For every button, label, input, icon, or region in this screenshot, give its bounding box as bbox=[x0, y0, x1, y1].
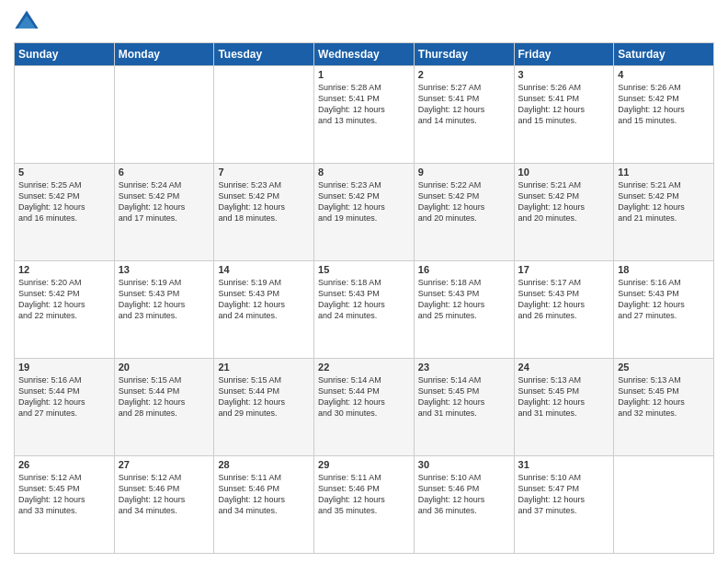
calendar-cell: 15Sunrise: 5:18 AM Sunset: 5:43 PM Dayli… bbox=[314, 261, 415, 359]
calendar-cell bbox=[114, 66, 214, 164]
calendar-cell: 30Sunrise: 5:10 AM Sunset: 5:46 PM Dayli… bbox=[414, 456, 514, 554]
calendar-cell: 19Sunrise: 5:16 AM Sunset: 5:44 PM Dayli… bbox=[15, 359, 115, 456]
calendar-cell: 17Sunrise: 5:17 AM Sunset: 5:43 PM Dayli… bbox=[514, 261, 614, 359]
day-info: Sunrise: 5:15 AM Sunset: 5:44 PM Dayligh… bbox=[119, 374, 210, 419]
calendar-cell: 24Sunrise: 5:13 AM Sunset: 5:45 PM Dayli… bbox=[514, 359, 614, 456]
day-number: 27 bbox=[119, 459, 210, 470]
calendar-cell bbox=[214, 66, 314, 164]
day-info: Sunrise: 5:23 AM Sunset: 5:42 PM Dayligh… bbox=[218, 179, 310, 224]
calendar-cell: 14Sunrise: 5:19 AM Sunset: 5:43 PM Dayli… bbox=[214, 261, 314, 359]
calendar-cell: 4Sunrise: 5:26 AM Sunset: 5:42 PM Daylig… bbox=[614, 66, 714, 164]
day-info: Sunrise: 5:18 AM Sunset: 5:43 PM Dayligh… bbox=[418, 277, 510, 322]
day-info: Sunrise: 5:26 AM Sunset: 5:41 PM Dayligh… bbox=[518, 82, 610, 127]
weekday-header: Friday bbox=[514, 43, 614, 66]
day-info: Sunrise: 5:23 AM Sunset: 5:42 PM Dayligh… bbox=[318, 179, 410, 224]
day-number: 3 bbox=[518, 69, 610, 80]
calendar-week-row: 5Sunrise: 5:25 AM Sunset: 5:42 PM Daylig… bbox=[15, 164, 714, 261]
day-number: 8 bbox=[318, 167, 410, 178]
calendar-week-row: 19Sunrise: 5:16 AM Sunset: 5:44 PM Dayli… bbox=[15, 359, 714, 456]
day-info: Sunrise: 5:27 AM Sunset: 5:41 PM Dayligh… bbox=[418, 82, 510, 127]
day-number: 11 bbox=[618, 167, 710, 178]
calendar-cell: 22Sunrise: 5:14 AM Sunset: 5:44 PM Dayli… bbox=[314, 359, 415, 456]
header bbox=[14, 9, 714, 35]
day-info: Sunrise: 5:19 AM Sunset: 5:43 PM Dayligh… bbox=[218, 277, 310, 322]
weekday-header: Monday bbox=[114, 43, 214, 66]
day-number: 5 bbox=[18, 167, 110, 178]
calendar-cell: 21Sunrise: 5:15 AM Sunset: 5:44 PM Dayli… bbox=[214, 359, 314, 456]
day-number: 29 bbox=[318, 459, 410, 470]
day-number: 23 bbox=[418, 362, 510, 373]
day-number: 1 bbox=[318, 69, 410, 80]
day-info: Sunrise: 5:12 AM Sunset: 5:46 PM Dayligh… bbox=[119, 472, 210, 517]
calendar-cell: 2Sunrise: 5:27 AM Sunset: 5:41 PM Daylig… bbox=[414, 66, 514, 164]
calendar-cell: 29Sunrise: 5:11 AM Sunset: 5:46 PM Dayli… bbox=[314, 456, 415, 554]
day-number: 7 bbox=[218, 167, 310, 178]
calendar-cell bbox=[15, 66, 115, 164]
day-number: 16 bbox=[418, 264, 510, 275]
day-info: Sunrise: 5:22 AM Sunset: 5:42 PM Dayligh… bbox=[418, 179, 510, 224]
day-info: Sunrise: 5:14 AM Sunset: 5:45 PM Dayligh… bbox=[418, 374, 510, 419]
day-info: Sunrise: 5:24 AM Sunset: 5:42 PM Dayligh… bbox=[119, 179, 210, 224]
calendar-week-row: 26Sunrise: 5:12 AM Sunset: 5:45 PM Dayli… bbox=[15, 456, 714, 554]
day-number: 18 bbox=[618, 264, 710, 275]
calendar-week-row: 12Sunrise: 5:20 AM Sunset: 5:42 PM Dayli… bbox=[15, 261, 714, 359]
day-number: 25 bbox=[618, 362, 710, 373]
calendar-week-row: 1Sunrise: 5:28 AM Sunset: 5:41 PM Daylig… bbox=[15, 66, 714, 164]
day-info: Sunrise: 5:13 AM Sunset: 5:45 PM Dayligh… bbox=[518, 374, 610, 419]
calendar-cell: 12Sunrise: 5:20 AM Sunset: 5:42 PM Dayli… bbox=[15, 261, 115, 359]
day-number: 10 bbox=[518, 167, 610, 178]
calendar-cell: 25Sunrise: 5:13 AM Sunset: 5:45 PM Dayli… bbox=[614, 359, 714, 456]
day-info: Sunrise: 5:20 AM Sunset: 5:42 PM Dayligh… bbox=[18, 277, 110, 322]
logo bbox=[14, 9, 41, 35]
calendar-cell bbox=[614, 456, 714, 554]
day-info: Sunrise: 5:13 AM Sunset: 5:45 PM Dayligh… bbox=[618, 374, 710, 419]
day-number: 21 bbox=[218, 362, 310, 373]
calendar-cell: 31Sunrise: 5:10 AM Sunset: 5:47 PM Dayli… bbox=[514, 456, 614, 554]
day-info: Sunrise: 5:10 AM Sunset: 5:46 PM Dayligh… bbox=[418, 472, 510, 517]
day-info: Sunrise: 5:10 AM Sunset: 5:47 PM Dayligh… bbox=[518, 472, 610, 517]
day-info: Sunrise: 5:11 AM Sunset: 5:46 PM Dayligh… bbox=[218, 472, 310, 517]
calendar-cell: 3Sunrise: 5:26 AM Sunset: 5:41 PM Daylig… bbox=[514, 66, 614, 164]
day-number: 31 bbox=[518, 459, 610, 470]
day-info: Sunrise: 5:25 AM Sunset: 5:42 PM Dayligh… bbox=[18, 179, 110, 224]
weekday-header: Sunday bbox=[15, 43, 115, 66]
calendar-cell: 23Sunrise: 5:14 AM Sunset: 5:45 PM Dayli… bbox=[414, 359, 514, 456]
page: SundayMondayTuesdayWednesdayThursdayFrid… bbox=[0, 0, 728, 563]
weekday-header: Saturday bbox=[614, 43, 714, 66]
day-info: Sunrise: 5:21 AM Sunset: 5:42 PM Dayligh… bbox=[618, 179, 710, 224]
calendar-cell: 16Sunrise: 5:18 AM Sunset: 5:43 PM Dayli… bbox=[414, 261, 514, 359]
day-number: 28 bbox=[218, 459, 310, 470]
day-number: 30 bbox=[418, 459, 510, 470]
day-number: 20 bbox=[119, 362, 210, 373]
calendar-cell: 10Sunrise: 5:21 AM Sunset: 5:42 PM Dayli… bbox=[514, 164, 614, 261]
day-info: Sunrise: 5:21 AM Sunset: 5:42 PM Dayligh… bbox=[518, 179, 610, 224]
calendar-cell: 18Sunrise: 5:16 AM Sunset: 5:43 PM Dayli… bbox=[614, 261, 714, 359]
weekday-header: Tuesday bbox=[214, 43, 314, 66]
calendar-cell: 13Sunrise: 5:19 AM Sunset: 5:43 PM Dayli… bbox=[114, 261, 214, 359]
day-info: Sunrise: 5:12 AM Sunset: 5:45 PM Dayligh… bbox=[18, 472, 110, 517]
calendar-cell: 1Sunrise: 5:28 AM Sunset: 5:41 PM Daylig… bbox=[314, 66, 415, 164]
day-number: 9 bbox=[418, 167, 510, 178]
day-info: Sunrise: 5:16 AM Sunset: 5:43 PM Dayligh… bbox=[618, 277, 710, 322]
calendar: SundayMondayTuesdayWednesdayThursdayFrid… bbox=[14, 42, 714, 554]
day-info: Sunrise: 5:18 AM Sunset: 5:43 PM Dayligh… bbox=[318, 277, 410, 322]
day-info: Sunrise: 5:17 AM Sunset: 5:43 PM Dayligh… bbox=[518, 277, 610, 322]
day-info: Sunrise: 5:15 AM Sunset: 5:44 PM Dayligh… bbox=[218, 374, 310, 419]
weekday-header: Wednesday bbox=[314, 43, 415, 66]
day-info: Sunrise: 5:28 AM Sunset: 5:41 PM Dayligh… bbox=[318, 82, 410, 127]
day-number: 19 bbox=[18, 362, 110, 373]
day-number: 4 bbox=[618, 69, 710, 80]
day-number: 13 bbox=[119, 264, 210, 275]
day-number: 6 bbox=[119, 167, 210, 178]
day-number: 22 bbox=[318, 362, 410, 373]
calendar-body: 1Sunrise: 5:28 AM Sunset: 5:41 PM Daylig… bbox=[15, 66, 714, 554]
day-info: Sunrise: 5:19 AM Sunset: 5:43 PM Dayligh… bbox=[119, 277, 210, 322]
weekday-header: Thursday bbox=[414, 43, 514, 66]
day-number: 14 bbox=[218, 264, 310, 275]
calendar-cell: 8Sunrise: 5:23 AM Sunset: 5:42 PM Daylig… bbox=[314, 164, 415, 261]
calendar-cell: 7Sunrise: 5:23 AM Sunset: 5:42 PM Daylig… bbox=[214, 164, 314, 261]
calendar-cell: 27Sunrise: 5:12 AM Sunset: 5:46 PM Dayli… bbox=[114, 456, 214, 554]
calendar-cell: 9Sunrise: 5:22 AM Sunset: 5:42 PM Daylig… bbox=[414, 164, 514, 261]
calendar-cell: 5Sunrise: 5:25 AM Sunset: 5:42 PM Daylig… bbox=[15, 164, 115, 261]
day-number: 12 bbox=[18, 264, 110, 275]
